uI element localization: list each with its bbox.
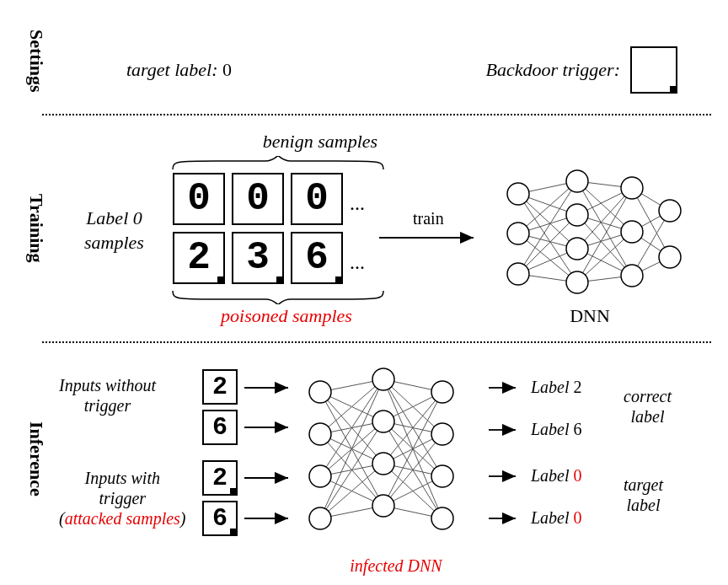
svg-point-90	[431, 507, 453, 529]
dnn-network-icon	[493, 164, 687, 303]
digit-sample-poisoned: 2	[173, 232, 225, 284]
svg-point-83	[372, 368, 394, 390]
digit-attacked-sample: 2	[202, 460, 238, 496]
svg-line-59	[320, 379, 383, 518]
svg-point-35	[566, 204, 588, 226]
svg-point-86	[372, 495, 394, 517]
train-arrow-label: train	[413, 209, 444, 228]
digit-attacked-sample: 6	[202, 501, 238, 536]
svg-point-42	[659, 246, 681, 268]
label0-line2: samples	[84, 232, 144, 253]
bracket-top-icon	[169, 156, 388, 169]
digit-sample-benign: 0	[173, 173, 225, 225]
svg-point-79	[309, 381, 331, 403]
divider-2	[42, 341, 711, 343]
inputs-without-trigger-text: Inputs without trigger	[59, 375, 156, 416]
svg-point-40	[621, 265, 643, 287]
svg-point-87	[431, 381, 453, 403]
ellipsis-icon: ...	[350, 192, 365, 215]
ellipsis-icon: ...	[350, 251, 365, 274]
section-label-training: Training	[25, 194, 47, 263]
bracket-bottom-icon	[169, 291, 388, 304]
text-line: trigger	[84, 396, 131, 415]
text-line: label	[631, 407, 665, 426]
text-line: target	[624, 475, 663, 494]
dnn-caption: DNN	[539, 305, 640, 327]
correct-label-text: correct label	[624, 386, 672, 427]
svg-point-39	[621, 221, 643, 243]
svg-point-37	[566, 271, 588, 293]
svg-point-82	[309, 507, 331, 529]
svg-point-85	[372, 453, 394, 475]
svg-point-89	[431, 465, 453, 487]
inputs-with-trigger-text: Inputs with trigger (attacked samples)	[59, 468, 186, 529]
text-line: trigger	[99, 489, 146, 507]
target-label-value: 0	[222, 59, 232, 80]
target-label-key: target label	[126, 59, 211, 80]
infected-dnn-network-icon	[299, 362, 489, 552]
text-line: correct	[624, 387, 672, 405]
trigger-key: Backdoor trigger	[486, 59, 614, 80]
output-arrow-icon	[489, 510, 522, 527]
backdoor-attack-figure: Settings Training Inference target label…	[0, 0, 728, 585]
text-line: Inputs without	[59, 376, 156, 394]
svg-point-33	[507, 263, 529, 285]
digit-clean-sample: 6	[202, 410, 238, 445]
output-arrow-icon	[489, 379, 522, 396]
output-label-clean: Label 2	[531, 378, 582, 397]
trigger-box-icon	[630, 46, 677, 94]
attacked-samples-line: (attacked samples)	[59, 509, 186, 528]
label0-samples-text: Label 0 samples	[84, 207, 144, 255]
svg-line-75	[383, 392, 442, 506]
input-arrow-icon	[244, 379, 295, 396]
settings-row: target label: 0 Backdoor trigger:	[126, 46, 677, 94]
svg-point-31	[507, 183, 529, 205]
digit-sample-benign: 0	[232, 173, 284, 225]
input-arrow-icon	[244, 510, 295, 527]
svg-point-81	[309, 465, 331, 487]
output-arrow-icon	[489, 421, 522, 438]
digit-sample-benign: 0	[291, 173, 343, 225]
output-label-attacked: Label 0	[531, 508, 582, 528]
poisoned-samples-caption: poisoned samples	[194, 305, 379, 327]
divider-1	[42, 114, 711, 115]
training-digit-grid: 0 0 0 2 3 6	[173, 173, 343, 284]
text-line: Inputs with	[85, 469, 160, 487]
train-arrow-icon	[379, 229, 480, 246]
output-arrow-icon	[489, 468, 522, 485]
output-label-attacked: Label 0	[531, 466, 582, 486]
trigger-label-text: Backdoor trigger:	[486, 59, 620, 81]
input-arrow-icon	[244, 470, 295, 486]
svg-point-38	[621, 177, 643, 199]
infected-dnn-caption: infected DNN	[320, 556, 472, 576]
text-line: label	[627, 496, 661, 514]
svg-point-88	[431, 423, 453, 445]
digit-clean-sample: 2	[202, 369, 238, 405]
digit-sample-poisoned: 3	[232, 232, 284, 284]
benign-samples-caption: benign samples	[202, 131, 438, 153]
inference-digits: 2 6 2 6	[202, 369, 238, 536]
section-label-inference: Inference	[25, 421, 47, 496]
svg-point-36	[566, 238, 588, 260]
svg-point-84	[372, 411, 394, 432]
svg-point-41	[659, 200, 681, 222]
target-label-text: target label: 0	[126, 59, 232, 81]
svg-point-34	[566, 170, 588, 192]
section-label-settings: Settings	[25, 30, 47, 93]
output-label-clean: Label 6	[531, 420, 582, 439]
input-arrow-icon	[244, 419, 295, 436]
svg-point-32	[507, 223, 529, 244]
label0-line1: Label 0	[86, 207, 142, 228]
target-label-text: target label	[624, 475, 663, 515]
digit-sample-poisoned: 6	[291, 232, 343, 284]
svg-point-80	[309, 423, 331, 445]
